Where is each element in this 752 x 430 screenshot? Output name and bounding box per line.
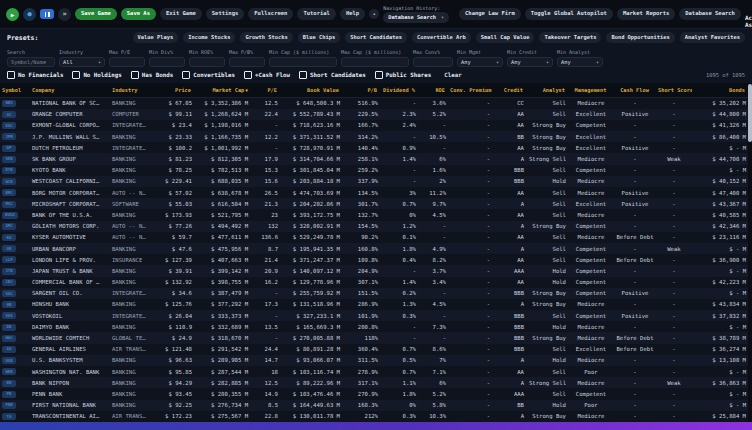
filter-checkbox[interactable]: No Holdings (72, 71, 121, 79)
top-action-button[interactable]: Market Reports (617, 8, 675, 21)
filter-input[interactable] (109, 57, 145, 67)
symbol-badge[interactable]: UB (2, 245, 16, 252)
nav-dot-button[interactable]: • (369, 9, 379, 19)
table-row[interactable]: WNB WASHINGTON NAT. BANK BANKING $ 95.85… (0, 366, 748, 377)
symbol-badge[interactable]: BN (2, 380, 16, 387)
symbol-badge[interactable]: LLP (2, 256, 16, 263)
top-action-button[interactable]: Change Law Firm (459, 8, 521, 21)
symbol-badge[interactable]: JTB (2, 268, 16, 275)
filter-input[interactable] (229, 57, 265, 67)
table-row[interactable]: BN BANK NIPPON BANKING $ 94.29 $ 282,885… (0, 377, 748, 388)
filter-input[interactable] (7, 57, 55, 67)
clear-filters-button[interactable]: Clear (444, 72, 461, 78)
filter-checkbox[interactable]: Public Shares (375, 71, 431, 79)
navigation-history-select[interactable]: Database Search ▾ (383, 12, 449, 22)
column-header[interactable]: Short Score (656, 87, 692, 93)
column-header[interactable]: Conv. Premium (448, 87, 492, 93)
column-header[interactable]: ROE (418, 87, 448, 93)
menu-button[interactable]: Settings (206, 8, 245, 21)
column-header[interactable]: Dividend % (380, 87, 418, 93)
preset-button[interactable]: Blue Chips (298, 32, 340, 43)
table-row[interactable]: VOS VOSTOKOIL INTEGRATE… $ 26.04 $ 333,3… (0, 310, 748, 321)
column-header[interactable]: Symbol (0, 87, 30, 93)
filter-select[interactable]: Any ▾ (507, 57, 553, 67)
filter-input[interactable] (269, 57, 337, 67)
table-row[interactable]: GA GENERAL AIRLINES AIR TRANS… $ 121.48 … (0, 344, 748, 355)
preset-button[interactable]: Income Stocks (183, 32, 235, 43)
menu-button[interactable]: Exit Game (160, 8, 202, 21)
symbol-badge[interactable]: PB (2, 391, 16, 398)
column-header[interactable]: Book Value (280, 87, 342, 93)
table-row[interactable]: TA TRANSCONTINENTAL AI… AIR TRANS… $ 172… (0, 411, 748, 422)
symbol-badge[interactable]: DP (2, 145, 16, 152)
column-header[interactable]: P/E (250, 87, 280, 93)
table-row[interactable]: OC ORANGE COMPUTER COMPUTER $ 99.11 $ 1,… (0, 109, 748, 120)
preset-button[interactable]: Growth Stocks (240, 32, 292, 43)
table-row[interactable]: JTB JAPAN TRUST & BANK BANKING $ 39.91 $… (0, 265, 748, 276)
menu-button[interactable]: Tutorial (297, 8, 336, 21)
symbol-badge[interactable]: BUSA (2, 212, 18, 219)
table-row[interactable]: LLP LONDON LIFE & PROV. INSURANCE $ 127.… (0, 254, 748, 265)
top-action-button[interactable]: Toggle Global Autopilot (525, 8, 613, 21)
table-row[interactable]: EGC EXMONT-GLOBAL CORPO… INTEGRATE… $ 23… (0, 120, 748, 131)
save-button[interactable]: Save Game (75, 8, 117, 21)
symbol-badge[interactable]: SKB (2, 156, 16, 163)
filter-select[interactable]: All ▾ (59, 57, 105, 67)
symbol-badge[interactable]: WCB (2, 178, 16, 185)
symbol-badge[interactable]: WWC (2, 335, 16, 342)
table-row[interactable]: KA KYSER AUTOMOTIVE AUTO -- N… $ 59.7 $ … (0, 232, 748, 243)
save-button[interactable]: Save As (121, 8, 156, 21)
table-row[interactable]: NBS NATIONAL BANK OF SC… BANKING $ 67.05… (0, 98, 748, 109)
symbol-badge[interactable]: WNB (2, 368, 16, 375)
symbol-badge[interactable]: JPM (2, 133, 16, 140)
column-header[interactable]: Company (30, 87, 110, 93)
symbol-badge[interactable]: NBS (2, 100, 16, 107)
filter-checkbox[interactable]: Convertibles (182, 71, 235, 79)
column-header[interactable]: Price (156, 87, 194, 93)
preset-button[interactable]: Takeover Targets (539, 32, 601, 43)
table-row[interactable]: DB DAIMYO BANK BANKING $ 110.9 $ 332,689… (0, 321, 748, 332)
preset-button[interactable]: Convertible Arb (412, 32, 471, 43)
symbol-badge[interactable]: KYB (2, 167, 16, 174)
filter-input[interactable] (413, 57, 453, 67)
table-row[interactable]: WCB WESTCOAST CALIFORNI… BANKING $ 229.4… (0, 176, 748, 187)
fast-forward-button[interactable]: » (58, 8, 71, 21)
column-header[interactable]: Credit (492, 87, 526, 93)
column-header[interactable]: Analyst (526, 87, 568, 93)
symbol-badge[interactable]: VOS (2, 312, 16, 319)
table-row[interactable]: CBC COMMERCIAL BANK OF … BANKING $ 132.9… (0, 277, 748, 288)
filter-checkbox[interactable]: Has Bonds (131, 71, 173, 79)
filter-input[interactable] (341, 57, 409, 67)
column-header[interactable]: Management (568, 87, 614, 93)
symbol-badge[interactable]: GA (2, 346, 16, 353)
column-header[interactable]: Market Cap▼ (194, 87, 250, 93)
table-row[interactable]: JPM J.P. MULLINS WALL S… BANKING $ 23.33… (0, 131, 748, 142)
pause-button[interactable] (40, 9, 54, 19)
column-header[interactable]: Industry (110, 87, 156, 93)
table-row[interactable]: PB PENN BANK BANKING $ 93.45 $ 280,355 M… (0, 388, 748, 399)
play-button[interactable]: ▶ (6, 8, 19, 21)
table-row[interactable]: SKB SK BANK GROUP BANKING $ 81.23 $ 812,… (0, 153, 748, 164)
symbol-badge[interactable]: SOC (2, 290, 16, 297)
filter-checkbox[interactable]: Short Candidates (299, 71, 366, 79)
symbol-badge[interactable]: FNB (2, 402, 16, 409)
menu-button[interactable]: Fullscreen (248, 8, 293, 21)
symbol-badge[interactable]: MSC (2, 201, 16, 208)
top-action-button[interactable]: Database Search (679, 8, 741, 21)
menu-button[interactable]: Help (340, 8, 365, 21)
filter-checkbox[interactable]: No Financials (7, 71, 63, 79)
table-row[interactable]: BUSA BANK OF THE U.S.A. BANKING $ 173.93… (0, 209, 748, 220)
symbol-badge[interactable]: BMC (2, 189, 16, 196)
symbol-badge[interactable]: GMC (2, 223, 16, 230)
symbol-badge[interactable]: CBC (2, 279, 16, 286)
symbol-badge[interactable]: TA (2, 413, 16, 420)
table-row[interactable]: USB U.S. BANKSYSTEM BANKING $ 96.63 $ 28… (0, 355, 748, 366)
symbol-badge[interactable]: OC (2, 111, 16, 118)
symbol-badge[interactable]: DB (2, 324, 16, 331)
filter-select[interactable]: Any ▾ (557, 57, 603, 67)
symbol-badge[interactable]: KA (2, 234, 16, 241)
column-header[interactable]: P/B (342, 87, 380, 93)
symbol-badge[interactable]: USB (2, 357, 16, 364)
table-row[interactable]: WWC WORLDWIDE COMTECH GLOBAL TE… $ 24.9 … (0, 332, 748, 343)
preset-button[interactable]: Value Plays (133, 32, 179, 43)
